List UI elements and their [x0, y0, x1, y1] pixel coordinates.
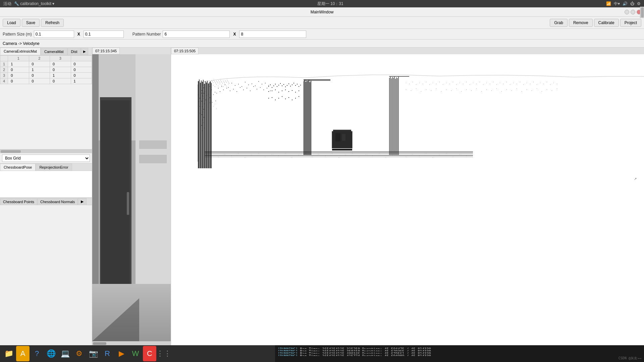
- svg-rect-175: [216, 84, 217, 85]
- image-tab-timestamp[interactable]: 07:15:15:345: [92, 48, 120, 54]
- window-controls: [625, 10, 641, 14]
- taskbar-apps-icon[interactable]: A: [16, 346, 30, 361]
- svg-rect-329: [557, 88, 557, 89]
- system-time: 星期一 10：31: [317, 1, 343, 6]
- taskbar-terminal-icon[interactable]: 💻: [58, 346, 72, 361]
- svg-rect-60: [243, 89, 244, 90]
- svg-point-124: [203, 87, 204, 88]
- svg-rect-152: [217, 82, 217, 82]
- image-hscroll[interactable]: [92, 341, 171, 345]
- taskbar-csdn-icon[interactable]: C: [143, 346, 156, 361]
- pattern-x1: X: [77, 32, 80, 37]
- svg-rect-305: [436, 88, 436, 89]
- matrix-scroll-area[interactable]: 1 2 3 1 1 0 0 0: [0, 55, 92, 149]
- taskbar-nav-icon[interactable]: ▶: [115, 346, 128, 361]
- grab-button[interactable]: Grab: [550, 19, 568, 27]
- pointcloud-tab-timestamp[interactable]: 07:15:15:505: [171, 48, 199, 54]
- minimize-button[interactable]: [625, 10, 629, 14]
- tab-more-bottom[interactable]: ▶: [78, 198, 87, 205]
- app-name[interactable]: calibration_toolkit: [20, 1, 51, 6]
- system-topbar: 活动 🔧 calibration_toolkit ▾ 星期一 10：31 📶 中…: [0, 0, 644, 7]
- svg-rect-251: [398, 77, 399, 155]
- svg-rect-294: [543, 84, 544, 84]
- svg-rect-187: [275, 84, 276, 84]
- image-tab-row: 07:15:15:345: [92, 48, 171, 54]
- svg-rect-203: [268, 91, 269, 92]
- svg-rect-310: [461, 91, 462, 92]
- svg-rect-149: [215, 82, 215, 82]
- svg-rect-63: [253, 86, 254, 87]
- remove-button[interactable]: Remove: [569, 19, 593, 27]
- taskbar-rviz-icon[interactable]: R: [101, 346, 114, 361]
- svg-rect-214: [272, 97, 272, 98]
- refresh-button[interactable]: Refresh: [41, 19, 64, 27]
- project-button[interactable]: Project: [620, 19, 641, 27]
- sub-tabs-row: ChessboardPose ReprojectionError: [0, 164, 92, 171]
- row-num-4: 4: [0, 78, 8, 84]
- svg-rect-196: [290, 86, 291, 86]
- taskbar-grid-icon[interactable]: ⋮⋮: [157, 346, 170, 361]
- taskbar-wps-icon[interactable]: W: [129, 346, 142, 361]
- tab-reprojection-error[interactable]: ReprojectionError: [36, 164, 72, 171]
- pattern-row: Pattern Size (m) X Pattern Number X: [0, 29, 644, 40]
- pattern-size-input1[interactable]: [34, 31, 74, 38]
- svg-rect-170: [229, 83, 229, 83]
- svg-rect-58: [236, 91, 237, 92]
- tab-dist[interactable]: Dist: [67, 48, 81, 55]
- svg-rect-48: [255, 85, 256, 86]
- taskbar-settings-icon[interactable]: ⚙: [72, 346, 86, 361]
- svg-rect-223: [304, 81, 304, 155]
- matrix-hscroll[interactable]: [0, 149, 92, 153]
- pattern-size-input2[interactable]: [84, 31, 124, 38]
- matrix-hscroll-thumb[interactable]: [1, 150, 21, 153]
- svg-point-138: [201, 125, 202, 126]
- tab-more[interactable]: ▶: [81, 48, 88, 55]
- tab-camera-extrinsic[interactable]: CameraExtrinsicMat: [0, 48, 41, 55]
- taskbar-files-icon[interactable]: 📁: [2, 346, 15, 361]
- svg-rect-282: [503, 84, 503, 84]
- svg-rect-306: [441, 91, 441, 92]
- load-button[interactable]: Load: [3, 19, 20, 27]
- svg-rect-235: [205, 155, 473, 156]
- svg-rect-301: [416, 88, 416, 89]
- svg-rect-148: [214, 81, 215, 81]
- svg-rect-221: [295, 98, 296, 99]
- svg-rect-323: [527, 89, 527, 90]
- tab-camera-mat[interactable]: CameraMat: [41, 48, 67, 55]
- svg-point-129: [201, 101, 202, 102]
- cell-2-3: 0: [50, 67, 71, 73]
- svg-rect-29: [215, 104, 215, 104]
- svg-rect-204: [272, 90, 272, 91]
- svg-rect-174: [215, 86, 215, 87]
- save-button[interactable]: Save: [22, 19, 40, 27]
- svg-rect-243: [390, 76, 391, 155]
- svg-rect-159: [222, 82, 222, 82]
- tab-chessboard-points[interactable]: Chessboard Points: [0, 198, 37, 205]
- lang-indicator[interactable]: 中▾: [614, 1, 620, 7]
- calibrate-button[interactable]: Calibrate: [594, 19, 619, 27]
- svg-rect-191: [282, 85, 282, 86]
- image-hscroll-thumb[interactable]: [93, 342, 106, 345]
- taskbar-camera-icon[interactable]: 📷: [87, 346, 100, 361]
- svg-rect-268: [456, 84, 457, 85]
- svg-rect-267: [453, 82, 453, 82]
- pattern-number-input1[interactable]: [163, 31, 230, 38]
- svg-rect-66: [263, 89, 264, 90]
- pattern-number-input2[interactable]: [239, 31, 306, 38]
- settings-icon[interactable]: ⚙: [637, 1, 641, 6]
- svg-rect-258: [423, 84, 423, 84]
- svg-rect-328: [552, 90, 552, 91]
- svg-point-128: [203, 98, 204, 99]
- taskbar-help-icon[interactable]: ?: [30, 346, 44, 361]
- svg-rect-44: [241, 86, 242, 87]
- taskbar-browser-icon[interactable]: 🌐: [44, 346, 58, 361]
- col-header-1: 1: [8, 56, 29, 61]
- box-grid-dropdown[interactable]: Box Grid: [2, 155, 90, 162]
- cell-1-1: 1: [8, 61, 29, 67]
- maximize-button[interactable]: [631, 10, 635, 14]
- svg-rect-62: [250, 90, 251, 91]
- tab-chessboard-pose[interactable]: ChessboardPose: [0, 164, 36, 171]
- tab-chessboard-normals[interactable]: Chessboard Normals: [37, 198, 78, 205]
- activities-label[interactable]: 活动: [3, 1, 11, 7]
- svg-rect-194: [287, 85, 287, 86]
